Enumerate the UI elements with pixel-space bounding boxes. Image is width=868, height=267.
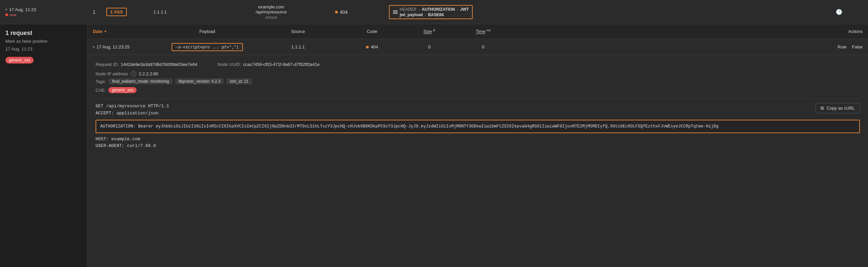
col-header-date[interactable]: Date ▼ (93, 29, 160, 34)
row-payload: -a-<script>pro ... pt>","i (160, 43, 254, 51)
http-section: ⧉ Copy as cURL GET /api/myresource HTTP/… (96, 103, 860, 149)
node-uuid-row: Node UUID: ccac7459-cf03-471f-9a67-d7f52… (217, 62, 320, 67)
rule-action-link[interactable]: Rule (837, 44, 846, 49)
copy-icon: ⧉ (820, 105, 824, 111)
chevron-down-icon: ▾ (5, 8, 7, 11)
top-date-col: ▾ 17 Aug, 11:23 now (5, 7, 93, 17)
top-clock-col: 🕐 (836, 9, 863, 15)
http-request-line: GET /api/myresource HTTP/1.1 ACCEPT: app… (96, 103, 860, 117)
table-header: Date ▼ Payload Source Code Size B Time m… (88, 24, 868, 39)
header-badge: HEADER › AUTHORIZATION › JWT jwt_payload… (389, 5, 473, 19)
table-row[interactable]: ▾ 17 Aug, 11:23:25 -a-<script>pro ... pt… (88, 39, 868, 55)
top-date-text: 17 Aug, 11:23 (9, 7, 36, 12)
payload-badge: -a-<script>pro ... pt>","i (172, 43, 243, 51)
row-size: 0 (402, 44, 456, 49)
http-auth-block: AUTHORIZATION: Bearer eyJhbGciOiJIUzI1Ni… (96, 120, 860, 133)
col-header-payload: Payload (160, 29, 254, 34)
sidebar-title: 1 request (5, 30, 82, 37)
row-time: 0 (456, 44, 510, 49)
top-domain-col: example.com /api/myresource default (207, 4, 335, 20)
col-header-time: Time ms (456, 29, 510, 34)
top-event-row: ▾ 17 Aug, 11:23 now 1 1 XSS 1.1.1.1 exam… (0, 0, 868, 24)
request-id-row: Request ID: 1442de9e3a3dd7d6d7b00fde03ee… (96, 62, 197, 67)
col-header-size: Size B (402, 29, 456, 34)
row-code-dot-icon (366, 46, 369, 48)
top-status-code: 404 (335, 9, 375, 15)
tag-2: libproton_version: 4.2.3 (175, 78, 224, 85)
row-date-text: 17 Aug, 11:23:25 (97, 44, 129, 49)
top-code-col: 404 (335, 9, 375, 15)
top-ip-col: 1.1.1.1 (153, 9, 207, 14)
xss-badge: 1 XSS (106, 8, 127, 16)
cve-row: CVE: generic_xss (96, 87, 860, 93)
header-badge-text: HEADER › AUTHORIZATION › JWT jwt_payload… (400, 7, 469, 17)
row-code: 404 (342, 44, 402, 49)
clock-icon: 🕐 (836, 9, 842, 15)
col-header-source: Source (254, 29, 342, 34)
node-ip-row: Node IP address ? 2.2.2.2:80 (96, 71, 860, 76)
top-sub: default (207, 15, 335, 20)
info-icon: ? (131, 71, 136, 76)
separator (96, 99, 860, 99)
top-now-label: now (5, 13, 93, 17)
tag-3: lom_id: 21 (226, 78, 252, 85)
false-action-link[interactable]: False (852, 44, 863, 49)
sort-arrow-icon: ▼ (104, 30, 107, 33)
tags-row: Tags: final_wallarm_mode: monitoring lib… (96, 78, 860, 85)
header-lines-icon (393, 10, 398, 14)
row-chevron-icon: ▾ (93, 45, 95, 49)
top-date-main: ▾ 17 Aug, 11:23 (5, 7, 93, 12)
false-positive-link[interactable]: Mark as false positive (5, 39, 82, 44)
detail-section: Request ID: 1442de9e3a3dd7d6d7b00fde03ee… (88, 55, 868, 156)
copy-curl-button[interactable]: ⧉ Copy as cURL (815, 103, 860, 113)
row-source: 1.1.1.1 (254, 44, 342, 49)
sidebar: 1 request Mark as false positive 17 Aug,… (0, 24, 88, 267)
code-dot-icon (335, 11, 338, 13)
top-path: /api/myresource (207, 9, 335, 14)
col-header-code: Code (342, 29, 402, 34)
content-area: Date ▼ Payload Source Code Size B Time m… (88, 24, 868, 267)
main-container: 1 request Mark as false positive 17 Aug,… (0, 24, 868, 267)
auth-label: AUTHORIZATION: (100, 124, 135, 129)
generic-xss-sidebar-tag[interactable]: generic_xss (5, 57, 34, 64)
auth-value: Bearer eyJhbGciOiJIUzI1NiIsInR5cCI6IkpXV… (138, 124, 719, 129)
col-header-actions: Actions (510, 29, 863, 34)
cve-tag[interactable]: generic_xss (108, 87, 136, 93)
row-date: ▾ 17 Aug, 11:23:25 (93, 44, 160, 49)
tag-1: final_wallarm_mode: monitoring (108, 78, 172, 85)
now-dot (5, 13, 8, 16)
top-header-col: HEADER › AUTHORIZATION › JWT jwt_payload… (375, 5, 836, 19)
top-ip-text: 1.1.1.1 (153, 9, 167, 14)
http-remaining-lines: HOST: example.com USER-AGENT: curl/7.68.… (96, 136, 860, 150)
top-xss-col: 1 XSS (106, 8, 153, 16)
top-domain: example.com (207, 4, 335, 9)
sidebar-date: 17 Aug, 11:23 (5, 46, 82, 52)
top-count: 1 (93, 9, 106, 15)
row-actions: Rule False (510, 44, 863, 49)
